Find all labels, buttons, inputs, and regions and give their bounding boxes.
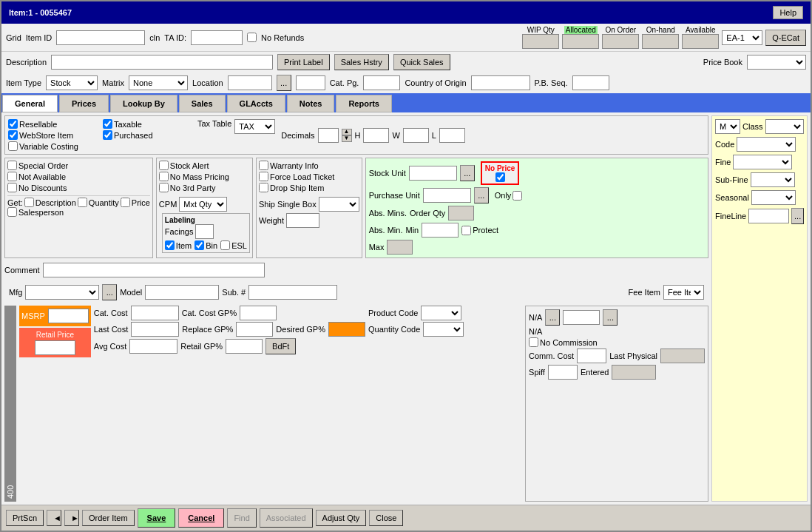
purchased-checkbox[interactable] (103, 130, 112, 140)
no-price-checkbox[interactable] (495, 172, 505, 182)
tab-reports[interactable]: Reports (336, 95, 392, 112)
last-cost-field[interactable]: 34.8800 (131, 322, 179, 337)
fine-select[interactable] (733, 155, 792, 169)
allocated-field[interactable]: 0 (562, 34, 599, 49)
purchase-unit-browse-button[interactable]: ... (474, 187, 489, 203)
entered-field[interactable]: 10/16/24 (612, 365, 656, 380)
taxable-checkbox[interactable] (103, 119, 112, 129)
msrp-field[interactable]: 57.99 (48, 309, 89, 323)
purchase-unit-field[interactable]: RO1320 (423, 188, 471, 203)
decimals-down[interactable]: ▼ (342, 135, 352, 142)
tab-sales[interactable]: Sales (179, 95, 226, 112)
quantity-code-select[interactable] (423, 322, 464, 337)
replace-gp-field[interactable]: 39.85 (236, 322, 273, 337)
no-refunds-checkbox[interactable] (247, 33, 257, 42)
cancel-button[interactable]: Cancel (178, 508, 224, 528)
weight-field[interactable]: 0.00 (286, 213, 319, 228)
retail-price-field[interactable]: 57.99 (35, 340, 75, 355)
webstore-checkbox[interactable] (8, 130, 18, 140)
stock-alert-checkbox[interactable] (159, 161, 169, 170)
desired-gp-field[interactable] (328, 322, 365, 337)
find-button[interactable]: Find (227, 508, 256, 528)
last-physical-field[interactable]: 10/16/24 (660, 349, 705, 363)
na1-browse2-button[interactable]: ... (603, 309, 618, 326)
cat-cost-field[interactable]: 34.8800 (131, 306, 179, 320)
mfg-browse-button[interactable]: ... (102, 284, 117, 300)
decimals-spinner[interactable]: ▲ ▼ (342, 129, 352, 142)
matrix-select[interactable]: None (129, 75, 188, 90)
drop-ship-checkbox[interactable] (259, 183, 268, 192)
min-field[interactable]: 0.000 (422, 223, 459, 238)
l-field[interactable] (439, 128, 465, 143)
tab-general[interactable]: General (2, 95, 58, 112)
no-discounts-checkbox[interactable] (7, 183, 17, 192)
order-qty-field[interactable]: 0 (448, 206, 474, 220)
prt-scn-button[interactable]: PrtScn (6, 510, 44, 526)
print-label-button[interactable]: Print Label (277, 54, 330, 70)
associated-button[interactable]: Associated (260, 508, 313, 528)
class-select[interactable] (765, 119, 804, 134)
bin-checkbox[interactable] (194, 240, 204, 250)
available-field[interactable]: 0 (682, 34, 719, 49)
next-button[interactable]: ► (64, 510, 79, 526)
tab-notes[interactable]: Notes (287, 95, 335, 112)
country-origin-field[interactable] (471, 75, 530, 90)
fineline-browse-button[interactable]: ... (791, 208, 804, 224)
get-quantity-checkbox[interactable] (78, 198, 87, 207)
protect-checkbox[interactable] (461, 226, 471, 235)
item-type-select[interactable]: Stock (46, 75, 98, 90)
stock-unit-field[interactable]: RO1320 (409, 166, 457, 181)
na1-browse-button[interactable]: ... (545, 309, 560, 326)
order-item-button[interactable]: Order Item (82, 510, 135, 526)
warranty-checkbox[interactable] (259, 161, 268, 170)
no-3rd-party-checkbox[interactable] (159, 183, 169, 192)
cat-pg-field[interactable] (363, 75, 400, 90)
only-checkbox[interactable] (512, 191, 522, 201)
description-field[interactable]: WIRE POLY 1320FT (51, 55, 273, 70)
location-field[interactable] (228, 75, 272, 90)
price-book-select[interactable] (747, 55, 806, 70)
adjust-qty-button[interactable]: Adjust Qty (316, 510, 367, 526)
on-order-field[interactable]: 0 (602, 34, 639, 49)
mfg-select[interactable] (25, 285, 99, 300)
wip-qty-field[interactable]: 0 (522, 34, 559, 49)
help-button[interactable]: Help (773, 6, 803, 19)
tab-prices[interactable]: Prices (59, 95, 109, 112)
cat-cost-gp-field[interactable]: 39.85 (240, 306, 277, 320)
esl-checkbox[interactable] (220, 240, 230, 250)
close-button[interactable]: Close (369, 510, 403, 526)
bdft-button[interactable]: BdFt (265, 338, 296, 354)
stock-unit-browse-button[interactable]: ... (460, 165, 475, 181)
get-salesperson-checkbox[interactable] (7, 207, 17, 217)
sub-fine-select[interactable] (751, 172, 795, 187)
seasonal-select[interactable] (751, 190, 796, 205)
m-select[interactable]: M (715, 119, 740, 134)
get-description-checkbox[interactable] (24, 198, 34, 207)
on-hand-field[interactable]: 0 (642, 34, 679, 49)
product-code-select[interactable] (421, 306, 461, 320)
no-commission-checkbox[interactable] (529, 337, 538, 347)
resellable-checkbox[interactable] (8, 119, 18, 129)
decimals-field[interactable]: 3 (318, 128, 339, 143)
comm-cost-field[interactable]: 0.00 (577, 349, 606, 363)
facings-field[interactable]: 1 (195, 224, 214, 239)
item-checkbox[interactable] (165, 240, 175, 250)
ta-id-field[interactable]: 88HD43 (191, 30, 243, 45)
retail-gp-field[interactable]: 39.85 (226, 339, 263, 354)
variable-costing-checkbox[interactable] (8, 141, 18, 151)
ship-single-select[interactable] (319, 197, 359, 212)
fee-item-select[interactable]: Fee Ite (663, 285, 704, 300)
get-price-checkbox[interactable] (121, 198, 130, 207)
uom-select[interactable]: EA-1 (722, 30, 762, 45)
tab-glaccts[interactable]: GLAccts (227, 95, 285, 112)
tab-lookup-by[interactable]: Lookup By (110, 95, 177, 112)
fineline-field[interactable] (748, 209, 789, 223)
spiff-field[interactable]: 0.00 (548, 365, 578, 380)
model-field[interactable]: HDW1320YA-Z (145, 285, 219, 300)
location-extra-field[interactable] (296, 75, 325, 90)
q-ecat-button[interactable]: Q-ECat (765, 30, 806, 46)
comment-field[interactable] (43, 263, 265, 277)
sales-hstry-button[interactable]: Sales Hstry (334, 54, 389, 70)
no-mass-pricing-checkbox[interactable] (159, 172, 169, 181)
force-load-checkbox[interactable] (259, 172, 268, 181)
